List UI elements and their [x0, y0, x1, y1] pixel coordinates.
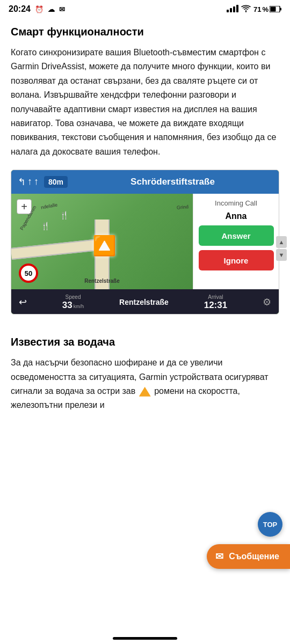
- incoming-call-panel: Incoming Call Anna Answer Ignore: [193, 194, 279, 289]
- poi-fork1: 🍴: [60, 211, 69, 219]
- fab-message-button[interactable]: ✉ Съобщение: [207, 544, 290, 569]
- speed-unit: km/h: [74, 304, 84, 309]
- content-area: Смарт функционалности Когато синхронизир…: [0, 17, 290, 334]
- indelalle-label: ndelalle: [40, 202, 57, 210]
- map-left: + Papendamm ndelalle Grind 🍴 🍴 🔼 50 Rent…: [11, 194, 193, 289]
- fab-message-label: Съобщение: [229, 552, 279, 561]
- email-icon: ✉: [59, 5, 65, 13]
- rentzel-label: Rentzelstraße: [84, 278, 120, 284]
- speed-limit-sign: 50: [19, 264, 38, 283]
- arrival-label: Arrival: [208, 294, 223, 300]
- nav-back-icon[interactable]: ↩: [19, 296, 27, 308]
- nav-map-area: + Papendamm ndelalle Grind 🍴 🍴 🔼 50 Rent…: [11, 194, 279, 289]
- scroll-up-button[interactable]: ▲: [276, 236, 287, 248]
- turn-arrow-left: ↰: [18, 176, 26, 188]
- turn-arrow-up2: ↑: [34, 176, 39, 188]
- nav-top-bar: ↰ ↑ ↑ 80m Schröderstiftstraße: [11, 170, 279, 194]
- speed-label: Speed: [66, 294, 81, 300]
- arrival-time: 12:31: [204, 300, 227, 311]
- status-right: 71 %: [227, 5, 281, 14]
- answer-button[interactable]: Answer: [199, 225, 274, 246]
- svg-rect-5: [280, 8, 282, 11]
- nav-street-name: Schröderstiftstraße: [73, 177, 272, 187]
- section1-body: Когато синхронизирате вашия Bluetooth-съ…: [11, 46, 279, 159]
- svg-rect-6: [271, 7, 276, 12]
- cloud-icon: ☁: [48, 5, 55, 13]
- battery-level: 71: [253, 5, 261, 13]
- poi-fork2: 🍴: [41, 222, 50, 230]
- scroll-down-button[interactable]: ▼: [276, 249, 287, 261]
- nav-speed-info: Speed 33 km/h: [62, 294, 84, 311]
- svg-rect-0: [227, 10, 229, 12]
- svg-rect-3: [236, 5, 238, 12]
- wifi-icon: [241, 5, 251, 14]
- section2-body: За да насърчи безопасно шофиране и да се…: [11, 356, 279, 413]
- nav-distance: 80m: [44, 176, 68, 188]
- nav-direction-arrow: 🔼: [92, 235, 117, 257]
- nav-arrival-info: Arrival 12:31: [204, 294, 227, 311]
- battery: 71 %: [253, 5, 281, 13]
- status-time: 20:24: [9, 4, 31, 14]
- section1-title: Смарт функционалности: [11, 26, 279, 38]
- scroll-hint: ▲ ▼: [276, 236, 287, 261]
- grind-label: Grind: [177, 204, 189, 210]
- warning-icon: [139, 387, 151, 397]
- nav-bottom-bar: ↩ Speed 33 km/h Rentzelstraße Arrival 12…: [11, 289, 279, 314]
- nav-street-bottom: Rentzelstraße: [119, 298, 169, 306]
- nav-screenshot: ↰ ↑ ↑ 80m Schröderstiftstraße + Papendam…: [11, 170, 279, 314]
- home-indicator: [113, 637, 177, 640]
- svg-rect-1: [230, 8, 232, 12]
- map-road-horizontal: [11, 239, 102, 260]
- nav-settings-icon[interactable]: ⚙: [263, 296, 271, 308]
- status-bar: 20:24 ⏰ ☁ ✉ 71 %: [0, 0, 290, 17]
- incoming-call-label: Incoming Call: [215, 199, 257, 207]
- section2-title: Известия за водача: [11, 336, 279, 348]
- turn-arrow-up1: ↑: [27, 176, 32, 188]
- message-icon: ✉: [215, 551, 223, 562]
- map-road-h2: [191, 248, 193, 259]
- fab-top-button[interactable]: TOP: [258, 512, 282, 537]
- alarm-icon: ⏰: [35, 5, 44, 13]
- caller-name: Anna: [226, 211, 247, 221]
- section2: Известия за водача За да насърчи безопас…: [0, 334, 290, 413]
- svg-rect-2: [233, 6, 235, 12]
- ignore-button[interactable]: Ignore: [199, 250, 274, 270]
- status-left: 20:24 ⏰ ☁ ✉: [9, 4, 65, 14]
- nav-arrows: ↰ ↑ ↑: [18, 176, 39, 188]
- signal-icon: [227, 5, 238, 14]
- speed-value: 33: [62, 300, 73, 311]
